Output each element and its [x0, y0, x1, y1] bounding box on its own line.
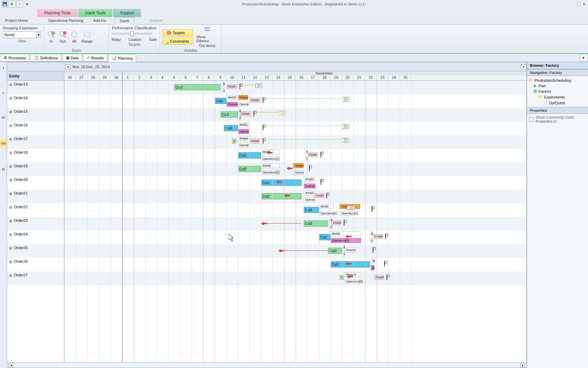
gantt-subbar[interactable]: Weld1: [238, 122, 249, 127]
perf-slider[interactable]: [112, 33, 152, 35]
entity-row[interactable]: ⊞Order17: [7, 135, 64, 149]
expand-icon[interactable]: ⊞: [9, 151, 12, 155]
tab-definitions[interactable]: 📋 Definitions: [30, 54, 61, 62]
milestone-flag[interactable]: [370, 206, 375, 212]
gantt-subbar[interactable]: 0: [238, 116, 241, 120]
gantt-subbar[interactable]: Weld2: [261, 163, 279, 168]
hscroll-left[interactable]: ◂: [9, 363, 13, 367]
milestone-flag[interactable]: [382, 261, 387, 267]
collapse-left-icon[interactable]: ‹: [3, 65, 4, 70]
constraints-toggle[interactable]: ⎯Constraints: [163, 38, 193, 45]
gantt-subbar[interactable]: Finish: [307, 152, 317, 157]
milestone-flag[interactable]: [371, 247, 376, 253]
milestone-flag[interactable]: [319, 179, 324, 185]
gantt-subbar[interactable]: Operat: [304, 197, 315, 202]
milestone-flag[interactable]: [385, 274, 390, 280]
date-next-icon[interactable]: ▸: [521, 64, 526, 69]
expand-icon[interactable]: ⊞: [9, 137, 12, 141]
chevron-down-icon[interactable]: ▾: [37, 31, 41, 38]
side-model[interactable]: el: [2, 167, 5, 171]
gantt-bar[interactable]: Cut1: [215, 98, 226, 104]
tree-root[interactable]: 📁 ProductionScheduling: [528, 77, 587, 83]
gantt-subbar[interactable]: Finish1: [344, 248, 356, 252]
tab-overflow[interactable]: ▾: [580, 54, 587, 62]
tab-gantt[interactable]: Gantt: [115, 17, 134, 25]
expand-icon[interactable]: ⊞: [9, 233, 12, 236]
entity-row[interactable]: ⊞Order27: [7, 272, 64, 285]
run-icon[interactable]: [9, 1, 16, 7]
gantt-bar[interactable]: Cut2: [174, 84, 220, 90]
gantt-subbar[interactable]: Operat: [238, 129, 249, 134]
targets-toggle[interactable]: 🎯Targets: [163, 29, 193, 36]
expand-icon[interactable]: ⊞: [9, 274, 12, 277]
gantt-subbar[interactable]: Weld2: [304, 190, 315, 195]
entity-row[interactable]: ⊞Order22: [7, 203, 64, 217]
expand-icon[interactable]: ⊞: [9, 165, 12, 168]
gantt-subbar[interactable]: Finish: [374, 275, 384, 280]
min-icon[interactable]: ▾: [583, 2, 585, 6]
milestone-flag[interactable]: [319, 152, 324, 158]
gantt-subbar[interactable]: 0: [342, 252, 345, 257]
gantt-subbar[interactable]: Weld1: [319, 204, 334, 209]
entity-row[interactable]: ⊞Order20: [7, 176, 64, 190]
gantt-subbar[interactable]: Operators[1]: [261, 156, 279, 161]
gantt-subbar[interactable]: Operat: [238, 102, 248, 107]
gantt-subbar[interactable]: O: [371, 265, 374, 270]
expand-icon[interactable]: ⊞: [9, 260, 12, 264]
hscroll-right[interactable]: ▸: [520, 363, 525, 367]
entity-row[interactable]: ⊞Order19: [7, 163, 64, 176]
entity-row[interactable]: ⊞Order21: [7, 190, 64, 203]
milestone-flag[interactable]: [252, 111, 257, 117]
tree-part[interactable]: Part: [528, 83, 587, 89]
tab-project-home[interactable]: Project Home: [0, 17, 33, 24]
expand-icon[interactable]: ⊞: [9, 83, 12, 87]
milestone-flag[interactable]: [261, 138, 266, 144]
gantt-subbar[interactable]: Finish: [226, 84, 237, 89]
tab-support[interactable]: Support: [144, 17, 168, 24]
gantt-subbar[interactable]: W: [371, 259, 374, 263]
gantt-subbar[interactable]: 0: [222, 88, 224, 93]
tree-experiments[interactable]: 📁 Experiments: [528, 94, 587, 100]
gantt-subbar[interactable]: 0: [370, 238, 373, 243]
zoom-in-button[interactable]: +In: [47, 30, 55, 43]
gantt-bar[interactable]: Cut1: [319, 234, 330, 240]
tree-optquest[interactable]: 📄 OptQuest: [528, 100, 587, 106]
milestone-flag[interactable]: [383, 233, 388, 240]
gantt-subbar[interactable]: Shape: [238, 136, 248, 141]
expand-icon[interactable]: ⊞: [9, 219, 12, 223]
tab-op-planning[interactable]: Operational Planning: [43, 17, 88, 24]
gantt-subbar[interactable]: Operat: [304, 184, 315, 188]
side-flow[interactable]: ow: [0, 140, 6, 147]
milestone-flag[interactable]: [325, 193, 329, 199]
zoom-range-button[interactable]: Range: [82, 30, 93, 43]
gantt-subbar[interactable]: Finish: [249, 98, 260, 103]
side-plan[interactable]: an: [1, 115, 5, 119]
gantt-subbar[interactable]: Operator: [226, 102, 239, 107]
entity-row[interactable]: ⊞Order26: [7, 258, 64, 272]
show-common-check[interactable]: Show Commonly Used Properties O: [529, 115, 586, 123]
milestone-flag[interactable]: [342, 220, 347, 226]
ctx-support[interactable]: Support: [113, 9, 141, 17]
tree-factory[interactable]: Factory: [528, 89, 587, 94]
gantt-subbar[interactable]: Finish: [249, 139, 260, 143]
entity-row[interactable]: ⊞Order25: [7, 244, 64, 258]
gantt-subbar[interactable]: Operators[2]: [261, 170, 279, 175]
gantt-subbar[interactable]: Finish: [373, 234, 383, 239]
gantt-subbar[interactable]: C: [232, 139, 236, 143]
gantt-subbar[interactable]: Opera: [293, 170, 304, 175]
gantt-subbar[interactable]: Operators[1]: [319, 211, 334, 216]
gantt-subbar[interactable]: Operators[3]: [330, 238, 361, 243]
entity-row[interactable]: ⊞Order18: [7, 149, 64, 163]
gantt-subbar[interactable]: Finish: [314, 193, 324, 198]
expand-icon[interactable]: ⊞: [9, 96, 12, 100]
grouping-combo[interactable]: ▾: [3, 31, 41, 38]
expand-icon[interactable]: »: [2, 91, 4, 95]
gantt-bar[interactable]: Cut2: [220, 111, 238, 118]
ctx-planning-tools[interactable]: Planning Tools: [37, 9, 78, 17]
dropdown-icon[interactable]: ▾: [24, 1, 31, 7]
entity-row[interactable]: ⊞Order13: [7, 81, 64, 94]
gantt-subbar[interactable]: Weld2: [226, 95, 239, 100]
expand-icon[interactable]: ⊞: [9, 192, 12, 196]
gantt-bar[interactable]: Cut1: [304, 207, 319, 213]
gantt-subbar[interactable]: $: [222, 81, 224, 86]
